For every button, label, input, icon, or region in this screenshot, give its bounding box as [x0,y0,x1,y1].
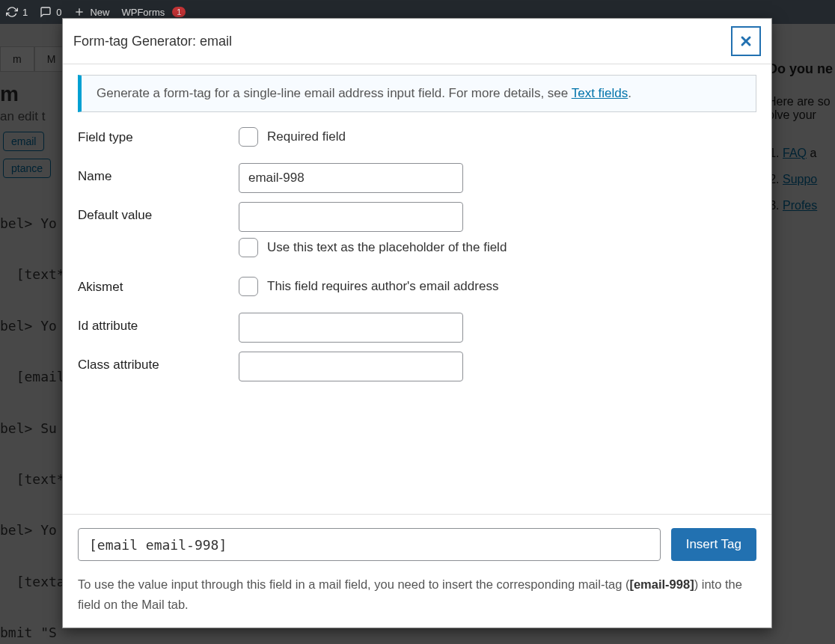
label-field-type: Field type [78,124,239,145]
placeholder-label: Use this text as the placeholder of the … [267,240,507,255]
name-input[interactable] [239,163,463,193]
akismet-label: This field requires author's email addre… [267,279,498,294]
id-attr-input[interactable] [239,313,463,343]
mail-tag-code: [email-998] [629,577,694,591]
modal-header: Form-tag Generator: email [63,19,771,64]
label-id-attr: Id attribute [78,313,239,334]
comments-indicator[interactable]: 0 [40,6,61,18]
comments-count: 0 [56,7,61,18]
plus-icon [73,6,85,18]
new-label: New [90,7,109,18]
close-button[interactable] [731,26,761,56]
wpforms-badge: 1 [172,7,186,17]
label-default-value: Default value [78,202,239,223]
class-attr-input[interactable] [239,352,463,381]
modal-title: Form-tag Generator: email [73,34,232,49]
comment-icon [40,6,52,18]
info-banner: Generate a form-tag for a single-line em… [78,75,756,112]
close-icon [738,34,753,49]
wpforms-menu[interactable]: WPForms 1 [121,7,186,18]
modal-footer: Insert Tag To use the value input throug… [63,514,771,628]
updates-count: 1 [22,7,28,18]
placeholder-checkbox[interactable] [239,238,258,257]
footer-note: To use the value input through this fiel… [78,574,756,614]
new-content[interactable]: New [73,6,109,18]
placeholder-checkbox-row[interactable]: Use this text as the placeholder of the … [239,238,756,257]
shortcode-output[interactable] [78,528,661,561]
akismet-checkbox[interactable] [239,277,258,296]
label-class-attr: Class attribute [78,352,239,372]
updates-indicator[interactable]: 1 [6,6,28,18]
required-label: Required field [267,129,346,144]
label-name: Name [78,163,239,184]
form-body: Field type Required field Name Default v… [63,124,771,514]
default-value-input[interactable] [239,202,463,232]
refresh-icon [6,6,18,18]
label-akismet: Akismet [78,274,239,295]
required-checkbox-row[interactable]: Required field [239,127,756,147]
akismet-checkbox-row[interactable]: This field requires author's email addre… [239,277,756,296]
wpforms-label: WPForms [121,7,165,18]
required-checkbox[interactable] [239,127,258,147]
insert-tag-button[interactable]: Insert Tag [671,528,756,561]
info-text: Generate a form-tag for a single-line em… [97,86,572,100]
form-tag-generator-modal: Form-tag Generator: email Generate a for… [62,18,772,628]
text-fields-link[interactable]: Text fields [572,86,628,100]
